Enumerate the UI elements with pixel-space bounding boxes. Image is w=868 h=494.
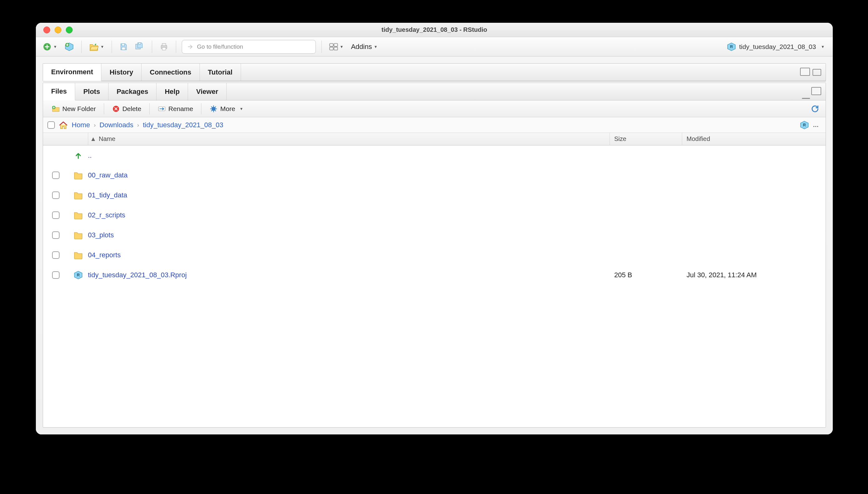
svg-rect-9 — [330, 43, 333, 46]
folder-icon — [69, 191, 88, 199]
file-name[interactable]: 03_plots — [88, 231, 610, 239]
breadcrumb-current[interactable]: tidy_tuesday_2021_08_03 — [143, 121, 223, 129]
svg-text:R: R — [77, 273, 79, 277]
more-menu[interactable]: More ▼ — [205, 102, 248, 115]
svg-line-25 — [211, 110, 212, 111]
column-size-header[interactable]: Size — [610, 133, 682, 145]
tab-history[interactable]: History — [101, 64, 141, 81]
file-name[interactable]: tidy_tuesday_2021_08_03.Rproj — [88, 271, 610, 279]
column-modified-header[interactable]: Modified — [682, 133, 826, 145]
project-name: tidy_tuesday_2021_08_03 — [739, 43, 816, 51]
svg-text:R: R — [730, 44, 733, 49]
file-row[interactable]: Rtidy_tuesday_2021_08_03.Rproj205 BJul 3… — [43, 265, 826, 285]
svg-line-23 — [211, 106, 212, 107]
goto-file-input[interactable]: Go to file/function — [182, 40, 316, 54]
tab-help[interactable]: Help — [156, 83, 188, 100]
files-tabs: Files Plots Packages Help Viewer — [43, 83, 826, 100]
maximize-pane-icon[interactable] — [812, 69, 821, 76]
rstudio-window: tidy_tuesday_2021_08_03 - RStudio ▼ ▼ — [36, 23, 833, 434]
file-name[interactable]: 00_raw_data — [88, 171, 610, 179]
file-name[interactable]: 04_reports — [88, 251, 610, 259]
tab-files[interactable]: Files — [43, 83, 75, 100]
svg-rect-12 — [334, 47, 337, 50]
open-file-button[interactable]: ▼ — [87, 40, 106, 53]
workspace-panes-button[interactable]: ▼ — [327, 40, 345, 53]
up-arrow-icon — [74, 152, 82, 160]
row-checkbox[interactable] — [52, 211, 60, 219]
tab-plots[interactable]: Plots — [75, 83, 109, 100]
maximize-files-pane-icon[interactable] — [812, 88, 821, 95]
environment-panel: Environment History Connections Tutorial — [43, 63, 826, 81]
minimize-pane-icon[interactable] — [802, 98, 810, 99]
row-checkbox[interactable] — [52, 231, 60, 239]
new-file-button[interactable]: ▼ — [41, 40, 59, 53]
file-row[interactable]: 03_plots — [43, 225, 826, 245]
tab-viewer[interactable]: Viewer — [188, 83, 227, 100]
environment-tabs: Environment History Connections Tutorial — [43, 64, 826, 81]
file-name[interactable]: 02_r_scripts — [88, 211, 610, 219]
go-to-project-icon[interactable]: R — [800, 120, 809, 130]
file-modified: Jul 30, 2021, 11:24 AM — [682, 271, 826, 279]
rename-button[interactable]: Rename — [153, 102, 197, 115]
column-name-header[interactable]: ▲ Name — [88, 133, 610, 145]
breadcrumb-separator: › — [137, 121, 139, 129]
breadcrumb: Home › Downloads › tidy_tuesday_2021_08_… — [43, 117, 826, 133]
tab-packages[interactable]: Packages — [109, 83, 157, 100]
file-columns-header: ▲ Name Size Modified — [43, 133, 826, 145]
delete-button[interactable]: Delete — [108, 102, 146, 115]
row-checkbox[interactable] — [52, 191, 60, 199]
tab-environment[interactable]: Environment — [43, 64, 101, 81]
file-row[interactable]: 00_raw_data — [43, 165, 826, 185]
project-menu[interactable]: R tidy_tuesday_2021_08_03 ▼ — [724, 42, 828, 52]
svg-text:R: R — [803, 122, 806, 127]
rproj-icon: R — [69, 270, 88, 280]
svg-rect-3 — [121, 44, 124, 46]
addins-label: Addins — [351, 43, 372, 51]
svg-rect-11 — [330, 47, 333, 50]
tab-tutorial[interactable]: Tutorial — [200, 64, 241, 81]
folder-icon — [69, 231, 88, 239]
file-row[interactable]: 01_tidy_data — [43, 185, 826, 205]
file-name[interactable]: 01_tidy_data — [88, 191, 610, 199]
restore-pane-icon[interactable] — [801, 69, 810, 76]
new-project-button[interactable] — [63, 40, 76, 53]
select-all-checkbox[interactable] — [47, 121, 55, 129]
panes-area: Environment History Connections Tutorial… — [36, 56, 833, 434]
files-toolbar: New Folder Delete Rename More ▼ — [43, 100, 826, 117]
row-checkbox[interactable] — [52, 172, 60, 179]
breadcrumb-separator: › — [94, 121, 96, 129]
refresh-button[interactable] — [809, 102, 821, 115]
file-row[interactable]: 02_r_scripts — [43, 205, 826, 225]
save-all-button[interactable] — [133, 40, 146, 53]
folder-icon — [69, 251, 88, 259]
row-checkbox[interactable] — [52, 251, 60, 259]
goto-file-placeholder: Go to file/function — [197, 43, 243, 50]
new-folder-button[interactable]: New Folder — [47, 102, 100, 115]
print-button[interactable] — [158, 40, 170, 53]
folder-icon — [69, 211, 88, 219]
folder-icon — [69, 171, 88, 179]
save-button[interactable] — [118, 40, 129, 53]
home-icon[interactable] — [59, 121, 68, 129]
file-row[interactable]: 04_reports — [43, 245, 826, 265]
svg-rect-4 — [121, 47, 125, 50]
tab-connections[interactable]: Connections — [141, 64, 199, 81]
sort-asc-icon: ▲ — [90, 135, 96, 142]
breadcrumb-home[interactable]: Home — [72, 121, 90, 129]
svg-rect-7 — [162, 43, 166, 45]
addins-menu[interactable]: Addins ▼ — [349, 40, 380, 53]
window-title: tidy_tuesday_2021_08_03 - RStudio — [36, 26, 833, 33]
file-size: 205 B — [610, 271, 682, 279]
svg-rect-8 — [162, 48, 166, 50]
svg-line-24 — [215, 110, 216, 111]
parent-directory-row[interactable]: .. — [43, 145, 826, 165]
titlebar: tidy_tuesday_2021_08_03 - RStudio — [36, 23, 833, 37]
svg-rect-5 — [139, 43, 141, 44]
file-list: .. 00_raw_data01_tidy_data02_r_scripts03… — [43, 145, 826, 427]
files-panel: Files Plots Packages Help Viewer New Fol… — [43, 83, 826, 428]
row-checkbox[interactable] — [52, 271, 60, 279]
breadcrumb-downloads[interactable]: Downloads — [99, 121, 133, 129]
more-path-button[interactable]: … — [813, 121, 819, 129]
main-toolbar: ▼ ▼ Go to file/function ▼ — [36, 37, 833, 56]
svg-line-26 — [215, 106, 216, 107]
